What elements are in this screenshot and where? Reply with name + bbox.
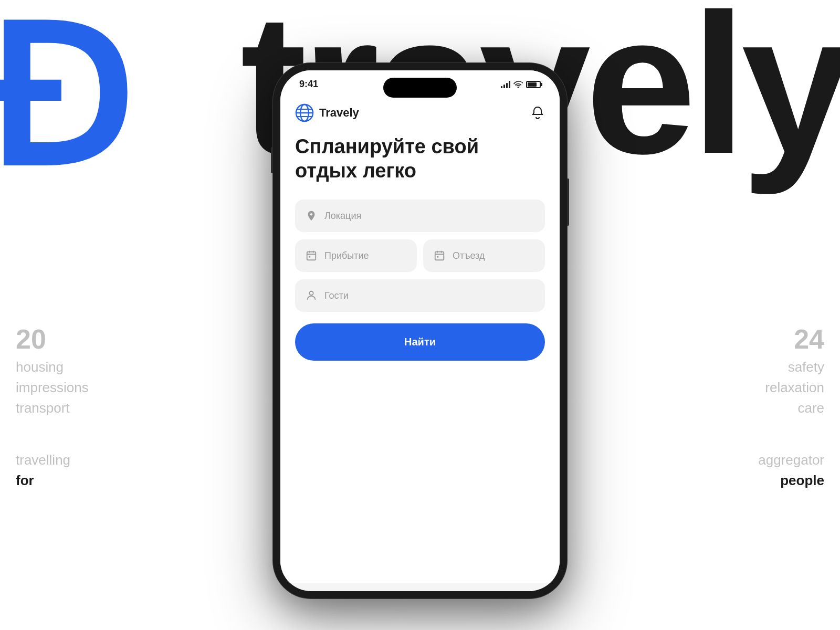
departure-placeholder: Отъезд [453,250,485,261]
left-number: 20 [16,326,89,353]
arrival-placeholder: Прибытие [324,250,369,261]
location-field[interactable]: Локация [295,200,545,232]
svg-point-15 [309,291,313,295]
signal-icon [501,81,510,88]
left-item-2: impressions [16,377,89,398]
app-header: Travely [295,94,545,135]
svg-rect-5 [307,252,316,260]
location-placeholder: Локация [324,211,361,222]
right-item-1: safety [758,357,824,377]
side-right-info: 24 safety relaxation care aggregator peo… [758,326,824,491]
globe-icon [295,103,314,122]
background-logo-symbol: Ɖ [0,5,131,194]
status-time: 9:41 [299,79,318,90]
svg-rect-10 [435,252,444,260]
right-item-3: care [758,398,824,418]
date-row: Прибытие Отъезд [295,239,545,272]
app-content: Travely Спланируйте свой отдых легко [280,94,560,583]
left-items: housing impressions transport [16,357,89,418]
dynamic-island [383,78,457,98]
guests-placeholder: Гости [324,290,349,301]
left-item-1: housing [16,357,89,377]
right-item-2: relaxation [758,377,824,398]
left-item-3: transport [16,398,89,418]
search-button-label: Найти [404,336,436,348]
search-form: Локация Прибытие [295,200,545,361]
main-heading: Спланируйте свой отдых легко [295,135,545,183]
search-button[interactable]: Найти [295,323,545,361]
right-number: 24 [758,326,824,353]
right-items: safety relaxation care [758,357,824,418]
phone-frame: 9:41 [273,63,567,598]
status-icons [501,81,541,88]
side-left-info: 20 housing impressions transport travell… [16,326,89,491]
calendar-arrival-icon [306,250,317,261]
app-name-label: Travely [319,106,359,120]
person-icon [306,290,317,301]
bell-icon[interactable] [530,106,545,120]
arrival-field[interactable]: Прибытие [295,239,417,272]
guests-field[interactable]: Гости [295,279,545,312]
svg-rect-14 [437,256,438,258]
left-bottom-text: travelling for [16,450,89,491]
wifi-icon [513,81,523,88]
svg-rect-9 [309,256,310,258]
calendar-departure-icon [434,250,445,261]
app-logo: Travely [295,103,359,122]
phone-screen: 9:41 [280,70,560,591]
right-bottom-text: aggregator people [758,450,824,491]
departure-field[interactable]: Отъезд [423,239,545,272]
status-bar: 9:41 [280,70,560,94]
battery-icon [526,81,541,88]
location-icon [306,210,317,222]
phone-mockup: 9:41 [273,63,567,598]
